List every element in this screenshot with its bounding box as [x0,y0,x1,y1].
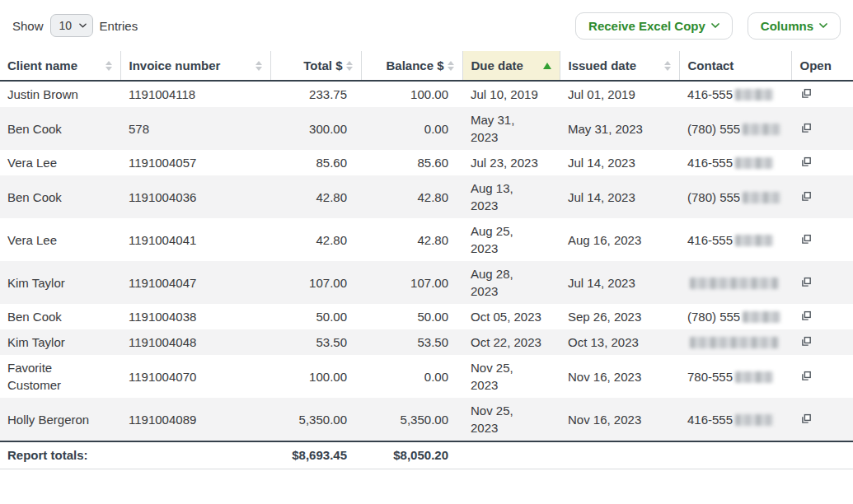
redacted-contact [690,278,779,289]
sort-icon [346,61,353,71]
contact-number: (780) 555 [687,122,740,136]
receive-excel-copy-button[interactable]: Receive Excel Copy [575,12,733,40]
report-balance-sum: $8,050.20 [361,441,462,469]
column-header-open: Open [791,51,853,81]
open-cell [791,81,853,107]
open-invoice-button[interactable] [799,413,813,425]
open-invoice-button[interactable] [799,156,813,168]
contact-cell: (780) 555 [679,107,791,150]
open-invoice-button[interactable] [799,310,813,322]
client-name-cell: Ben Cook [0,304,120,329]
due-date: Oct 22, 2023 [471,334,541,351]
totals-empty-cells [462,441,853,469]
due-date-cell: Nov 25, 2023 [462,398,560,441]
open-invoice-button[interactable] [799,190,813,203]
table-row: Kim Taylor119100404853.5053.50Oct 22, 20… [0,329,853,355]
invoice-number-cell: 1191004057 [120,150,270,175]
open-invoice-button[interactable] [799,370,813,382]
total-cell: 50.00 [270,304,361,329]
client-name: Justin Brown [7,86,103,103]
column-label: Balance $ [386,57,443,74]
due-date: Jul 10, 2019 [471,86,541,103]
open-invoice-button[interactable] [799,122,813,134]
column-label: Due date [471,57,523,74]
contact-cell: 416-555 [679,398,791,441]
open-in-new-icon [801,191,812,202]
page-size-select-wrap: 10 [50,14,93,37]
due-date-cell: Jul 23, 2023 [462,150,560,175]
invoice-number-cell: 1191004036 [120,175,270,218]
client-name-cell: Ben Cook [0,175,120,218]
balance-cell: 42.80 [361,175,462,218]
column-label: Invoice number [129,57,221,74]
open-in-new-icon [801,310,812,321]
receive-excel-copy-label: Receive Excel Copy [588,19,705,33]
balance-cell: 107.00 [361,261,462,304]
open-in-new-icon [801,371,812,381]
client-name-cell: Vera Lee [0,150,120,175]
column-label: Client name [7,57,77,74]
client-name-cell: Kim Taylor [0,261,120,304]
report-total-sum: $8,693.45 [270,441,361,469]
column-header-contact: Contact [679,51,791,81]
issued-date-cell: Nov 16, 2023 [560,355,679,398]
open-invoice-button[interactable] [799,335,813,348]
column-header-balance[interactable]: Balance $ [361,51,462,81]
table-row: Ben Cook578300.000.00May 31, 2023May 31,… [0,107,853,150]
open-invoice-button[interactable] [799,276,813,288]
show-label: Show [12,19,44,33]
total-cell: 5,350.00 [270,398,361,441]
due-date: Jul 23, 2023 [471,154,541,171]
client-name: Vera Lee [7,154,103,171]
contact-cell: (780) 555 [679,175,791,218]
contact-cell [679,261,791,304]
table-row: Favorite Customer1191004070100.000.00Nov… [0,355,853,398]
total-cell: 107.00 [270,261,361,304]
open-invoice-button[interactable] [799,233,813,245]
column-header-due-date[interactable]: Due date [462,51,560,81]
due-date: Aug 13, 2023 [471,180,541,214]
due-date-cell: Nov 25, 2023 [462,355,560,398]
open-invoice-button[interactable] [799,87,813,100]
issued-date-cell: Sep 26, 2023 [560,304,679,329]
column-header-issued-date[interactable]: Issued date [560,51,679,81]
invoice-number-cell: 1191004048 [120,329,270,355]
page-size-select[interactable]: 10 [50,14,93,37]
redacted-contact [735,414,773,426]
contact-number: 780-555 [687,370,733,384]
contact-number: (780) 555 [687,310,740,324]
column-header-client-name[interactable]: Client name [0,51,120,81]
due-date: Oct 05, 2023 [471,308,541,325]
column-header-total[interactable]: Total $ [270,51,361,81]
open-in-new-icon [801,123,812,133]
issued-date-cell: Jul 01, 2019 [560,81,679,107]
redacted-contact [743,192,780,203]
report-totals-label: Report totals: [0,441,270,469]
sort-icon [448,61,454,71]
contact-number: 416-555 [687,233,733,247]
column-label: Contact [688,57,734,74]
issued-date-cell: Jul 14, 2023 [560,150,679,175]
open-in-new-icon [801,277,812,287]
redacted-contact [743,124,780,135]
open-in-new-icon [801,156,812,167]
report-toolbar: Show 10 Entries Receive Excel Copy Colum… [0,0,853,51]
columns-button[interactable]: Columns [748,12,841,40]
open-cell [791,107,853,150]
open-cell [791,150,853,175]
contact-number: (780) 555 [687,190,740,204]
column-header-invoice-number[interactable]: Invoice number [120,51,270,81]
due-date-cell: Aug 25, 2023 [462,218,560,261]
chevron-down-icon [711,23,719,28]
balance-cell: 53.50 [361,329,462,355]
table-body: Justin Brown1191004118233.75100.00Jul 10… [0,81,853,441]
client-name: Kim Taylor [7,334,103,351]
invoice-number-cell: 1191004047 [120,261,270,304]
client-name: Ben Cook [7,120,103,138]
balance-cell: 5,350.00 [361,398,462,441]
issued-date-cell: Jul 14, 2023 [560,261,679,304]
balance-cell: 100.00 [361,81,462,107]
due-date-cell: Aug 13, 2023 [462,175,560,218]
contact-cell: (780) 555 [679,304,791,329]
balance-cell: 42.80 [361,218,462,261]
